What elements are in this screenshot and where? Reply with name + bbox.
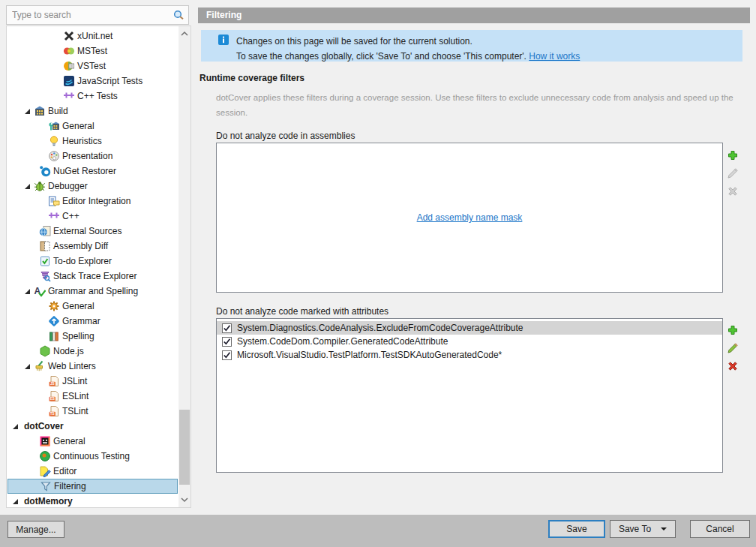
tree-item-label: Stack Trace Explorer <box>53 271 136 281</box>
tree-item-grammar[interactable]: Grammar <box>8 314 178 329</box>
tree-item-tslint[interactable]: TSTSLint <box>8 404 178 419</box>
add-assembly-mask-link[interactable]: Add assembly name mask <box>417 212 523 223</box>
tree-item-general[interactable]: General <box>8 119 178 134</box>
scrollbar-thumb[interactable] <box>179 410 190 485</box>
tree-scrollbar[interactable] <box>178 26 190 507</box>
tree-item-dotmemory[interactable]: dotMemory <box>8 494 178 508</box>
tree-item-presentation[interactable]: Presentation <box>8 149 178 164</box>
remove-attribute-button[interactable] <box>727 360 739 372</box>
expander-icon[interactable] <box>22 182 32 191</box>
build-icon <box>34 105 46 117</box>
tree-item-label: MSTest <box>77 46 107 56</box>
tree-item-spelling[interactable]: Spelling <box>8 329 178 344</box>
attribute-label: Microsoft.VisualStudio.TestPlatform.Test… <box>237 350 502 360</box>
tree-item-debugger[interactable]: Debugger <box>8 179 178 194</box>
tree-item-c-tests[interactable]: C++ Tests <box>8 89 178 104</box>
tree-item-continuous-testing[interactable]: Continuous Testing <box>8 449 178 464</box>
edit-attribute-button[interactable] <box>727 342 739 354</box>
attributes-listbox[interactable]: System.Diagnostics.CodeAnalysis.ExcludeF… <box>216 318 723 473</box>
info-banner: Changes on this page will be saved for t… <box>201 30 742 62</box>
heuristics-icon <box>48 135 60 147</box>
attribute-checkbox[interactable] <box>222 323 232 333</box>
attributes-actions <box>727 324 739 372</box>
gear-icon <box>48 300 60 312</box>
tree-item-label: ESLint <box>62 391 88 401</box>
tree-item-label: JSLint <box>62 376 87 386</box>
tree-item-javascript-tests[interactable]: JavaScript Tests <box>8 74 178 89</box>
add-assembly-button[interactable] <box>727 149 739 161</box>
tree-item-to-do-explorer[interactable]: To-do Explorer <box>8 254 178 269</box>
cpp-icon <box>48 210 60 222</box>
expander-icon[interactable] <box>22 107 32 116</box>
assemblies-listbox[interactable]: Add assembly name mask <box>216 143 723 293</box>
tree-item-c[interactable]: C++ <box>8 209 178 224</box>
tree-item-label: Heuristics <box>62 136 102 146</box>
editor-icon <box>39 465 51 477</box>
tree-item-external-sources[interactable]: External Sources <box>8 224 178 239</box>
attribute-label: System.CodeDom.Compiler.GeneratedCodeAtt… <box>237 336 448 347</box>
tree-item-nuget-restorer[interactable]: NuGet Restorer <box>8 164 178 179</box>
stack-trace-explorer-icon <box>39 270 51 282</box>
todo-explorer-icon <box>39 255 51 267</box>
attribute-row[interactable]: System.CodeDom.Compiler.GeneratedCodeAtt… <box>217 335 722 348</box>
cancel-button[interactable]: Cancel <box>690 520 750 538</box>
tree-item-mstest[interactable]: MSTest <box>8 44 178 59</box>
tree-item-label: Spelling <box>62 331 94 341</box>
tree-item-jslint[interactable]: JSJSLint <box>8 374 178 389</box>
svg-text:ES: ES <box>50 397 55 401</box>
expander-icon[interactable] <box>22 362 32 371</box>
attribute-checkbox[interactable] <box>222 337 232 347</box>
save-to-label: Save To <box>619 524 651 534</box>
tree-item-eslint[interactable]: ESESLint <box>8 389 178 404</box>
presentation-icon <box>48 150 60 162</box>
tree-item-label: Debugger <box>48 181 88 191</box>
scroll-up-icon[interactable] <box>178 28 190 40</box>
tree-item-vstest[interactable]: VSTest <box>8 59 178 74</box>
expander-icon[interactable] <box>22 287 32 296</box>
add-attribute-button[interactable] <box>727 324 739 336</box>
page-title: Filtering <box>198 8 750 23</box>
save-to-button[interactable]: Save To <box>610 520 676 538</box>
tree-item-heuristics[interactable]: Heuristics <box>8 134 178 149</box>
expander-icon[interactable] <box>10 422 20 431</box>
tree-item-editor-integration[interactable]: Editor Integration <box>8 194 178 209</box>
manage-button[interactable]: Manage... <box>8 521 64 538</box>
attribute-row[interactable]: System.Diagnostics.CodeAnalysis.ExcludeF… <box>217 321 722 335</box>
tree-item-editor[interactable]: Editor <box>8 464 178 479</box>
tree-item-general[interactable]: General <box>8 434 178 449</box>
tree-item-label: External Sources <box>53 226 122 236</box>
xunit-icon <box>63 30 75 42</box>
tree-item-label: Assembly Diff <box>53 241 108 251</box>
tree-item-node-js[interactable]: Node.js <box>8 344 178 359</box>
attribute-checkbox[interactable] <box>222 350 232 360</box>
tree-item-filtering[interactable]: Filtering <box>8 479 178 494</box>
tree-item-general[interactable]: General <box>8 299 178 314</box>
tree-item-label: Filtering <box>54 481 86 491</box>
jslint-icon: JS <box>48 375 60 387</box>
section-heading: Runtime coverage filters <box>200 73 304 83</box>
edit-assembly-button <box>727 167 739 179</box>
editor-integration-icon <box>48 195 60 207</box>
tree-item-label: Web Linters <box>48 361 96 371</box>
tree-item-label: Grammar <box>62 316 100 326</box>
tree-item-xunit-net[interactable]: xUnit.net <box>8 29 178 44</box>
tree-item-assembly-diff[interactable]: Assembly Diff <box>8 239 178 254</box>
dotcover-general-icon <box>39 435 51 447</box>
attribute-row[interactable]: Microsoft.VisualStudio.TestPlatform.Test… <box>217 348 722 362</box>
search-icon[interactable] <box>172 9 184 21</box>
search-input[interactable] <box>10 9 172 21</box>
tree-item-label: General <box>62 121 94 131</box>
search-box <box>6 5 189 25</box>
tree-item-grammar-and-spelling[interactable]: AGrammar and Spelling <box>8 284 178 299</box>
tree-item-web-linters[interactable]: Web Linters <box>8 359 178 374</box>
tree-item-label: C++ Tests <box>77 91 118 101</box>
tree-item-label: Editor <box>53 466 76 476</box>
tree-item-build[interactable]: Build <box>8 104 178 119</box>
how-it-works-link[interactable]: How it works <box>529 51 580 62</box>
expander-icon[interactable] <box>10 497 20 506</box>
tree-item-dotcover[interactable]: dotCover <box>8 419 178 434</box>
scroll-down-icon[interactable] <box>178 494 190 506</box>
tree-item-label: Presentation <box>62 151 112 161</box>
save-button[interactable]: Save <box>548 520 605 538</box>
tree-item-stack-trace-explorer[interactable]: Stack Trace Explorer <box>8 269 178 284</box>
